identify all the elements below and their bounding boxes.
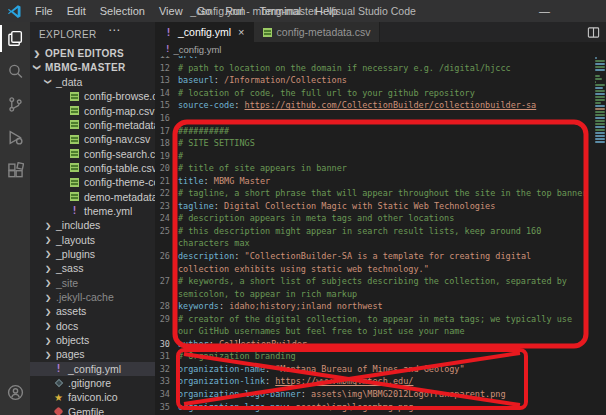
code-line-29[interactable]: 29# creator of the digital collection, t… <box>155 312 593 325</box>
code-line-28[interactable]: 28keywords: idaho;history;inland northwe… <box>155 300 593 313</box>
code-line-26[interactable]: 26description: "CollectionBuilder-SA is … <box>155 250 593 263</box>
code-line-wrap[interactable]: our GitHub usernames but feel free to ju… <box>155 325 593 338</box>
tree-item-label: _config.yml <box>68 363 121 375</box>
menu-terminal[interactable]: Terminal <box>253 5 309 17</box>
menu-selection[interactable]: Selection <box>93 5 152 17</box>
tree-item-open-editors[interactable]: ❯OPEN EDITORS <box>30 46 155 60</box>
code-line-17[interactable]: 17########## <box>155 124 593 137</box>
code-line-21[interactable]: 21title: MBMG Master <box>155 174 593 187</box>
line-number: 15 <box>155 100 170 110</box>
tree-item-label: _includes <box>56 219 100 231</box>
tree-item-config-nav-csv[interactable]: config-nav.csv <box>30 132 155 146</box>
line-number: 29 <box>155 314 170 324</box>
tree-item-label: docs <box>56 320 78 332</box>
menu-view[interactable]: View <box>152 5 190 17</box>
tree-item-mbmg-master[interactable]: ❯MBMG-MASTER <box>30 60 155 74</box>
line-text: # keywords, a short list of subjects des… <box>178 276 567 286</box>
tree-item-config-search-csv[interactable]: config-search.csv <box>30 146 155 160</box>
tree-item-assets[interactable]: ❯assets <box>30 304 155 318</box>
line-text: collection exhibits using static web tec… <box>178 264 429 274</box>
tree-item--sass[interactable]: ❯_sass <box>30 261 155 275</box>
line-text: author: CollectionBuilder <box>178 339 307 350</box>
code-line-23[interactable]: 23tagline: Digital Collection Magic with… <box>155 200 593 213</box>
line-number: 14 <box>155 88 170 98</box>
tree-item-config-map-csv[interactable]: config-map.csv <box>30 103 155 117</box>
line-text: # this description might appear in searc… <box>178 226 541 236</box>
minimize-button[interactable]: — <box>539 5 550 17</box>
code-line-32[interactable]: 32organization-name: "Montana Bureau of … <box>155 363 593 376</box>
tree-item-label: assets <box>56 305 86 317</box>
code-line-33[interactable]: 33organization-link: https://www.mbmg.mt… <box>155 375 593 388</box>
code-line-27[interactable]: 27# keywords, a short list of subjects d… <box>155 275 593 288</box>
menu-file[interactable]: File <box>28 5 60 17</box>
line-text: # Organization branding <box>178 351 296 361</box>
tree-item-gemfile[interactable]: Gemfile <box>30 405 155 415</box>
code-line-wrap[interactable]: collection exhibits using static web tec… <box>155 262 593 275</box>
tree-item-pages[interactable]: ❯pages <box>30 347 155 361</box>
code-line-20[interactable]: 20# title of site appears in banner <box>155 162 593 175</box>
tree-item-theme-yml[interactable]: !theme.yml <box>30 204 155 218</box>
tree-item-config-table-csv[interactable]: config-table.csv <box>30 161 155 175</box>
tab-config-metadata-csv[interactable]: config-metadata.csv <box>254 22 380 42</box>
code-line-30[interactable]: 30author: CollectionBuilder <box>155 338 593 351</box>
code-line-14[interactable]: 14# location of code, the full url to yo… <box>155 87 593 100</box>
tree-item-config-theme-colors-csv[interactable]: config-theme-colors.csv <box>30 175 155 189</box>
line-number: 25 <box>155 226 170 236</box>
extensions-icon[interactable] <box>0 154 30 187</box>
tree-item-label: config-metadata.csv <box>84 119 155 131</box>
line-text: ########## <box>178 126 229 136</box>
code-line-25[interactable]: 25# this description might appear in sea… <box>155 225 593 238</box>
tree-item--data[interactable]: ❯_data <box>30 75 155 89</box>
tree-item--layouts[interactable]: ❯_layouts <box>30 232 155 246</box>
tree-item-objects[interactable]: ❯objects <box>30 333 155 347</box>
explorer-more-actions-icon[interactable]: ⋯ <box>108 23 121 37</box>
tree-item--config-yml[interactable]: !_config.yml <box>30 362 155 376</box>
code-line-wrap[interactable]: characters max <box>155 237 593 250</box>
tree-item--jekyll-cache[interactable]: ❯.jekyll-cache <box>30 290 155 304</box>
code-line-34[interactable]: 34organization-logo-banner: assets\img\M… <box>155 388 593 401</box>
code-line-12[interactable]: 12# path to location on the domain if ne… <box>155 62 593 75</box>
tree-item-label: MBMG-MASTER <box>45 62 126 73</box>
code-line-16[interactable]: 16 <box>155 112 593 125</box>
close-tab-icon[interactable]: × <box>238 26 244 38</box>
menu-help[interactable]: Help <box>308 5 345 17</box>
tree-item-demo-metadata-csv[interactable]: demo-metadata.csv <box>30 189 155 203</box>
code-line-18[interactable]: 18# SITE SETTINGS <box>155 137 593 150</box>
code-line-15[interactable]: 15source-code: https://github.com/Collec… <box>155 99 593 112</box>
search-icon[interactable] <box>0 55 30 88</box>
code-line-19[interactable]: 19# <box>155 149 593 162</box>
run-debug-icon[interactable] <box>0 121 30 154</box>
line-text: characters max <box>178 238 250 248</box>
tree-item-label: objects <box>56 334 89 346</box>
code-line-wrap[interactable]: semicolon, to appear in rich markup <box>155 287 593 300</box>
code-line-24[interactable]: 24# description appears in meta tags and… <box>155 212 593 225</box>
code-line-13[interactable]: 13baseurl: /Information/Collections <box>155 74 593 87</box>
tree-item--plugins[interactable]: ❯_plugins <box>30 247 155 261</box>
line-text: # tagline, a short phrase that will appe… <box>178 188 587 198</box>
chevron-right-icon: ❯ <box>43 236 53 244</box>
tree-item--site[interactable]: ❯_site <box>30 276 155 290</box>
menu-edit[interactable]: Edit <box>60 5 93 17</box>
explorer-icon[interactable] <box>0 22 30 55</box>
code-line-35[interactable]: 35organization-logo-nav: assets\img\logo… <box>155 400 593 413</box>
tree-item--includes[interactable]: ❯_includes <box>30 218 155 232</box>
split-editor-icon[interactable] <box>587 25 600 43</box>
minimap[interactable] <box>594 56 606 415</box>
tree-item-favicon-ico[interactable]: ★favicon.ico <box>30 390 155 404</box>
tree-item-docs[interactable]: ❯docs <box>30 319 155 333</box>
breadcrumb[interactable]: ! _config.yml <box>155 42 606 56</box>
account-icon[interactable] <box>0 376 30 409</box>
code-line-31[interactable]: 31# Organization branding <box>155 350 593 363</box>
code-editor[interactable]: 11url:12# path to location on the domain… <box>155 56 593 415</box>
menu-go[interactable]: Go <box>190 5 219 17</box>
vscode-logo-icon <box>7 4 22 19</box>
code-line-22[interactable]: 22# tagline, a short phrase that will ap… <box>155 187 593 200</box>
tree-item-config-metadata-csv[interactable]: config-metadata.csv <box>30 118 155 132</box>
menu-run[interactable]: Run <box>218 5 252 17</box>
line-number: 31 <box>155 351 170 361</box>
tree-item-config-browse-csv[interactable]: config-browse.csv <box>30 89 155 103</box>
tab--config-yml[interactable]: !_config.yml× <box>155 22 254 42</box>
tree-item--gitignore[interactable]: .gitignore <box>30 376 155 390</box>
source-control-icon[interactable] <box>0 88 30 121</box>
tree-item-label: theme.yml <box>84 205 132 217</box>
